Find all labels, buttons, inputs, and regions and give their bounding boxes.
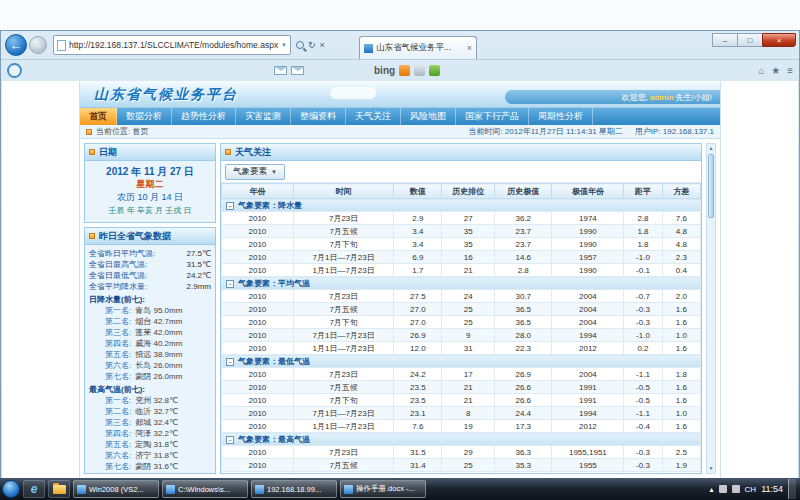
cell: 1955,1951 — [552, 446, 624, 459]
table-row[interactable]: 20107月五候31.42535.31955-0.31.9 — [222, 459, 701, 472]
cell: -1.1 — [624, 368, 662, 381]
cell: 2.8 — [624, 212, 662, 225]
calendar-icon — [89, 149, 95, 155]
weather-panel-header: 昨日全省气象数据 — [85, 228, 215, 245]
table-row[interactable]: 20107月1日—7月23日6.91614.61957-1.02.3 — [222, 251, 701, 264]
table-row[interactable]: 20107月1日—7月23日23.1824.41994-1.11.0 — [222, 407, 701, 420]
taskbar-window-button[interactable]: Win2008 (VS2... — [73, 480, 159, 498]
vertical-scrollbar[interactable]: ▲ ▼ — [706, 143, 716, 474]
tray-expand-icon[interactable]: ▴ — [710, 485, 714, 494]
search-icon[interactable] — [296, 41, 304, 49]
bing-logo[interactable]: bing — [374, 65, 395, 76]
taskbar-window-button[interactable]: C:\Windows\s... — [162, 480, 248, 498]
clock[interactable]: 11:54 — [761, 484, 783, 494]
table-row[interactable]: 20107月23日31.52936.31955,1951-0.32.5 — [222, 446, 701, 459]
volume-icon[interactable] — [732, 485, 740, 493]
table-row[interactable]: 20107月五候23.52126.61991-0.51.6 — [222, 381, 701, 394]
address-dropdown-icon[interactable]: ▼ — [281, 42, 287, 48]
cell: 2010 — [222, 264, 294, 277]
network-icon[interactable] — [719, 485, 727, 493]
start-button[interactable] — [2, 480, 20, 498]
show-desktop-button[interactable] — [788, 479, 796, 499]
addon-orange-icon[interactable] — [399, 65, 410, 76]
scroll-down-icon[interactable]: ▼ — [707, 464, 715, 473]
table-row[interactable]: 20107月五候3.43523.719901.84.8 — [222, 225, 701, 238]
session-info: 当前时间: 2012年11月27日 11:14:31 星期二 用户IP: 192… — [468, 126, 714, 137]
summary-label: 全省日最低气温: — [89, 270, 147, 281]
main-panel-header: 天气关注 — [221, 144, 701, 161]
tools-menu-icon[interactable]: ≡ — [787, 65, 793, 76]
nav-item-8[interactable]: 周期性分析 — [529, 108, 593, 125]
table-row[interactable]: 20107月下旬31.42535.31951-0.31.9 — [222, 472, 701, 474]
window-icon — [77, 485, 86, 494]
minimize-button[interactable]: – — [712, 33, 737, 47]
section-header-row[interactable]: -气象要素：最高气温 — [222, 433, 701, 446]
address-bar[interactable]: http://192.168.137.1/SLCCLIMATE/modules/… — [53, 35, 291, 55]
main-panel-title: 天气关注 — [235, 146, 271, 159]
table-row[interactable]: 20107月下旬27.02536.52004-0.31.6 — [222, 316, 701, 329]
rank-row: 第六名:长岛 26.0mm — [89, 360, 211, 371]
section-header-row[interactable]: -气象要素：降水量 — [222, 199, 701, 212]
browser-tab[interactable]: 山东省气候业务平... × — [359, 36, 477, 59]
scrollbar-track[interactable] — [707, 219, 715, 464]
explorer-taskbar-icon[interactable] — [48, 480, 70, 498]
table-row[interactable]: 20107月下旬23.52126.61991-0.51.6 — [222, 394, 701, 407]
collapse-icon[interactable]: - — [226, 280, 234, 288]
table-row[interactable]: 20107月23日27.52430.72004-0.72.0 — [222, 290, 701, 303]
table-row[interactable]: 20101月1日—7月23日12.03122.320120.21.6 — [222, 342, 701, 355]
rank-label: 第七名: — [105, 371, 131, 382]
nav-item-6[interactable]: 风险地图 — [401, 108, 456, 125]
table-row[interactable]: 20101月1日—7月23日1.7212.81990-0.10.4 — [222, 264, 701, 277]
element-filter-button[interactable]: 气象要素 ▼ — [225, 164, 285, 180]
rank-value: 烟台 42.7mm — [135, 316, 182, 327]
tab-close-icon[interactable]: × — [467, 43, 472, 53]
stop-icon[interactable]: × — [320, 40, 325, 50]
cell: 36.5 — [495, 303, 552, 316]
refresh-icon[interactable]: ↻ — [308, 40, 316, 50]
favorites-star-icon[interactable]: ★ — [771, 65, 780, 76]
section-header-row[interactable]: -气象要素：最低气温 — [222, 355, 701, 368]
forward-button[interactable]: → — [29, 36, 47, 54]
table-row[interactable]: 20107月五候27.02536.52004-0.31.6 — [222, 303, 701, 316]
mail-icon[interactable] — [274, 66, 287, 75]
cell: 30.7 — [495, 290, 552, 303]
nav-item-5[interactable]: 天气关注 — [346, 108, 401, 125]
table-row[interactable]: 20107月23日2.92736.219742.87.6 — [222, 212, 701, 225]
addon-green-icon[interactable] — [429, 65, 440, 76]
table-row[interactable]: 20107月23日24.21726.92004-1.11.8 — [222, 368, 701, 381]
scroll-up-icon[interactable]: ▲ — [707, 144, 715, 153]
nav-item-3[interactable]: 灾害监测 — [236, 108, 291, 125]
nav-item-2[interactable]: 趋势性分析 — [172, 108, 236, 125]
mail-icon[interactable] — [291, 66, 304, 75]
table-row[interactable]: 20107月1日—7月23日26.9928.01994-1.01.0 — [222, 329, 701, 342]
taskbar-window-button[interactable]: 操作手册.docx -... — [340, 480, 426, 498]
nav-item-1[interactable]: 数据分析 — [117, 108, 172, 125]
collapse-icon[interactable]: - — [226, 436, 234, 444]
welcome-bar: 欢迎您, admin 先生/小姐! — [505, 90, 720, 104]
rank-label: 第二名: — [105, 406, 131, 417]
close-button[interactable]: × — [762, 33, 796, 47]
table-row[interactable]: 20101月1日—7月23日7.61917.32012-0.41.6 — [222, 420, 701, 433]
toolbar-ring-icon[interactable] — [7, 63, 22, 78]
collapse-icon[interactable]: - — [226, 358, 234, 366]
cell: 2004 — [552, 290, 624, 303]
input-language-indicator[interactable]: CH — [745, 485, 757, 494]
cell: 36.5 — [495, 316, 552, 329]
addon-gray-icon[interactable] — [414, 65, 425, 76]
back-button[interactable]: ← — [5, 34, 27, 56]
taskbar-window-button[interactable]: 192.168.18.99... — [251, 480, 337, 498]
scrollbar-thumb[interactable] — [708, 154, 714, 218]
section-header-row[interactable]: -气象要素：平均气温 — [222, 277, 701, 290]
nav-item-0[interactable]: 首页 — [80, 108, 117, 125]
maximize-button[interactable]: □ — [737, 33, 762, 47]
cell: 0.4 — [662, 264, 700, 277]
browser-toolbar-row: bing ⌂ ★ ≡ — [1, 59, 799, 81]
nav-item-7[interactable]: 国家下行产品 — [456, 108, 529, 125]
ie-taskbar-icon[interactable]: e — [23, 480, 45, 498]
home-icon[interactable]: ⌂ — [758, 65, 764, 76]
nav-item-4[interactable]: 整编资料 — [291, 108, 346, 125]
cell: 24 — [442, 290, 495, 303]
collapse-icon[interactable]: - — [226, 202, 234, 210]
table-row[interactable]: 20107月下旬3.43523.719901.84.8 — [222, 238, 701, 251]
url-text[interactable]: http://192.168.137.1/SLCCLIMATE/modules/… — [69, 40, 281, 50]
